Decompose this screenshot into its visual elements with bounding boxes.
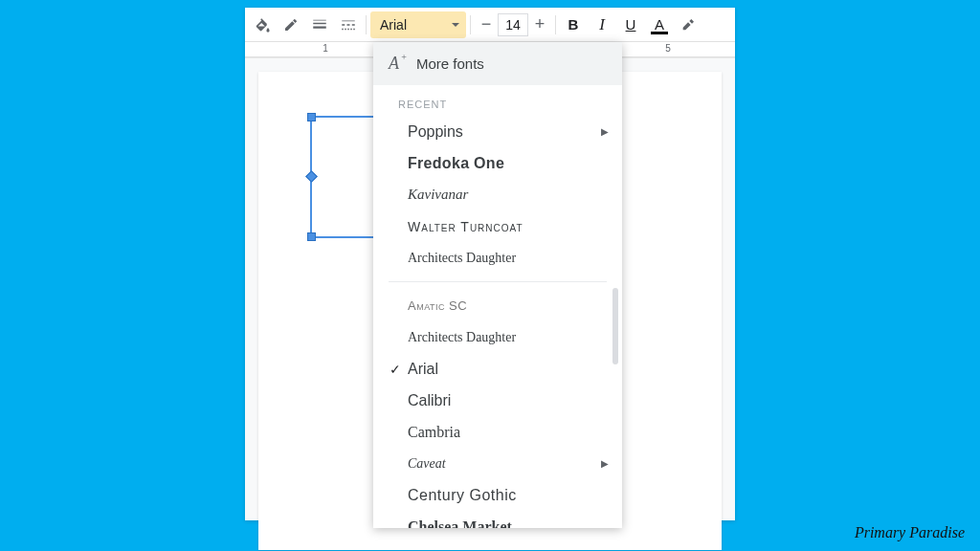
font-item-arial[interactable]: ✓Arial (373, 353, 622, 385)
watermark: Primary Paradise (855, 524, 965, 541)
text-color-swatch (651, 32, 668, 34)
highlight-button[interactable] (675, 11, 702, 38)
font-name-label: Architects Daughter (408, 251, 609, 266)
font-name-label: Century Gothic (408, 487, 609, 504)
border-weight-icon[interactable] (306, 11, 333, 38)
submenu-arrow-icon: ▶ (601, 126, 609, 137)
ruler-mark: 1 (321, 43, 330, 54)
more-fonts-item[interactable]: A+ More fonts (373, 42, 622, 85)
font-item-poppins[interactable]: Poppins▶ (373, 116, 622, 147)
toolbar: Arial − + B I U A (245, 8, 735, 42)
font-item-chelsea-market[interactable]: Chelsea Market (373, 511, 622, 528)
font-name-label: Fredoka One (408, 155, 609, 172)
paint-bucket-icon[interactable] (249, 11, 276, 38)
separator (555, 15, 556, 34)
bold-button[interactable]: B (560, 11, 587, 38)
font-name-label: Caveat (408, 456, 601, 472)
font-size-input[interactable] (498, 13, 528, 36)
text-color-button[interactable]: A (646, 11, 673, 38)
font-name-label: Poppins (408, 123, 601, 141)
font-family-dropdown: A+ More fonts RECENT Poppins▶Fredoka One… (373, 42, 622, 528)
ruler-mark: 5 (663, 43, 673, 54)
italic-button[interactable]: I (589, 11, 615, 38)
font-name-label: Arial (408, 361, 609, 378)
resize-handle-l[interactable] (305, 170, 318, 183)
increase-font-size-button[interactable]: + (528, 12, 551, 37)
chevron-down-icon (451, 20, 460, 30)
underline-button[interactable]: U (617, 11, 644, 38)
resize-handle-bl[interactable] (307, 232, 316, 241)
font-family-picker[interactable]: Arial (370, 11, 466, 38)
font-item-caveat[interactable]: Caveat▶ (373, 448, 622, 479)
font-family-label: Arial (380, 17, 445, 33)
decrease-font-size-button[interactable]: − (475, 12, 498, 37)
font-name-label: Kavivanar (408, 187, 609, 203)
separator (470, 15, 471, 34)
resize-handle-tl[interactable] (307, 113, 316, 121)
font-item-walter-turncoat[interactable]: Walter Turncoat (373, 210, 622, 242)
scrollbar-thumb[interactable] (612, 288, 618, 364)
font-item-kavivanar[interactable]: Kavivanar (373, 179, 622, 210)
font-item-architects-daughter[interactable]: Architects Daughter (373, 242, 622, 274)
document-editor: Arial − + B I U A 1 5 (245, 8, 735, 520)
check-icon: ✓ (383, 362, 408, 377)
separator (366, 15, 367, 34)
pencil-icon[interactable] (278, 11, 304, 38)
submenu-arrow-icon: ▶ (601, 458, 609, 469)
more-fonts-label: More fonts (416, 55, 484, 72)
font-name-label: Walter Turncoat (408, 219, 609, 234)
font-item-architects-daughter[interactable]: Architects Daughter (373, 321, 622, 353)
font-name-label: Architects Daughter (408, 330, 609, 345)
font-name-label: Amatic SC (408, 298, 609, 313)
font-item-amatic-sc[interactable]: Amatic SC (373, 290, 622, 321)
font-size-group: − + (475, 12, 551, 37)
font-item-cambria[interactable]: Cambria (373, 416, 622, 448)
font-item-fredoka-one[interactable]: Fredoka One (373, 147, 622, 179)
font-item-calibri[interactable]: Calibri (373, 385, 622, 416)
font-item-century-gothic[interactable]: Century Gothic (373, 479, 622, 511)
menu-divider (389, 281, 607, 282)
border-dash-icon[interactable] (335, 11, 362, 38)
recent-section-label: RECENT (373, 85, 622, 116)
font-name-label: Chelsea Market (408, 518, 609, 529)
font-list: RECENT Poppins▶Fredoka OneKavivanarWalte… (373, 85, 622, 528)
font-name-label: Cambria (408, 424, 609, 441)
more-fonts-icon: A+ (389, 54, 399, 74)
font-name-label: Calibri (408, 392, 609, 409)
